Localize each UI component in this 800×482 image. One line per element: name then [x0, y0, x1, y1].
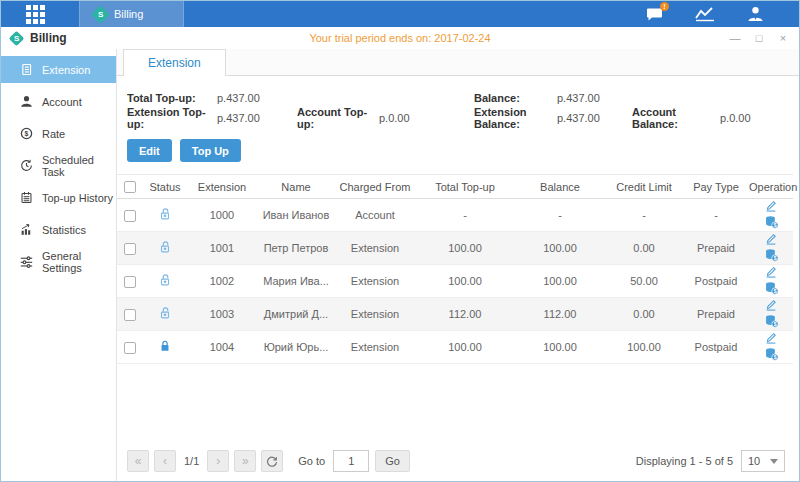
table-header-row: Status Extension Name Charged From Total… — [117, 175, 793, 199]
go-button[interactable]: Go — [375, 450, 410, 472]
top-bar: S Billing ! — [1, 1, 799, 27]
lock-closed-icon — [158, 339, 172, 353]
col-name: Name — [257, 175, 335, 199]
statistics-icon — [20, 223, 33, 236]
goto-label: Go to — [298, 455, 325, 467]
account-balance-label: Account Balance: — [632, 106, 720, 130]
extensions-table: Status Extension Name Charged From Total… — [117, 174, 793, 364]
top-up-row-icon[interactable]: $ — [764, 281, 779, 297]
window-controls: — □ × — [729, 32, 789, 44]
col-charged-from: Charged From — [335, 175, 415, 199]
main-content: Extension Total Top-up: p.437.00 Balance… — [117, 49, 799, 481]
reports-chart-icon[interactable] — [695, 5, 715, 23]
row-checkbox[interactable] — [124, 276, 136, 288]
sidebar-item-account[interactable]: Account — [1, 88, 116, 115]
tab-extension[interactable]: Extension — [123, 49, 226, 76]
displaying-range: Displaying 1 - 5 of 5 — [636, 455, 733, 467]
sidebar-item-general-settings[interactable]: General Settings — [1, 248, 116, 275]
billing-header-icon: S — [9, 30, 25, 46]
billing-summary: Total Top-up: p.437.00 Balance: p.437.00… — [117, 76, 799, 128]
row-checkbox[interactable] — [124, 309, 136, 321]
col-credit-limit: Credit Limit — [605, 175, 683, 199]
edit-button[interactable]: Edit — [127, 139, 172, 162]
app-window: S Billing ! S Billing Your trial period … — [0, 0, 800, 482]
svg-text:$: $ — [25, 130, 29, 138]
col-status: Status — [143, 175, 187, 199]
edit-row-icon[interactable] — [764, 298, 778, 314]
page-indicator: 1/1 — [184, 455, 199, 467]
edit-row-icon[interactable] — [764, 331, 778, 347]
edit-row-icon[interactable] — [764, 199, 778, 215]
minimize-icon[interactable]: — — [729, 32, 741, 44]
extension-icon — [20, 63, 33, 76]
refresh-button[interactable] — [261, 450, 283, 472]
maximize-icon[interactable]: □ — [753, 32, 765, 44]
billing-app-tab[interactable]: S Billing — [79, 1, 184, 27]
next-page-button[interactable]: › — [207, 450, 229, 472]
lock-open-icon — [158, 207, 172, 221]
account-balance-value: p.0.00 — [720, 112, 799, 124]
account-topup-label: Account Top-up: — [297, 106, 379, 130]
col-balance: Balance — [515, 175, 605, 199]
prev-page-button[interactable]: ‹ — [154, 450, 176, 472]
rate-icon: $ — [20, 127, 33, 140]
lock-open-icon — [158, 240, 172, 254]
extension-balance-value: p.437.00 — [557, 112, 632, 124]
apps-grid-icon[interactable] — [26, 5, 45, 24]
lock-open-icon — [158, 306, 172, 320]
col-operation: Operation — [749, 175, 793, 199]
select-all-checkbox[interactable] — [124, 181, 136, 193]
col-extension: Extension — [187, 175, 257, 199]
billing-app-tab-label: Billing — [114, 8, 143, 20]
row-checkbox[interactable] — [124, 342, 136, 354]
last-page-button[interactable]: » — [234, 450, 256, 472]
close-icon[interactable]: × — [777, 32, 789, 44]
extension-topup-value: p.437.00 — [217, 112, 297, 124]
row-checkbox[interactable] — [124, 210, 136, 222]
messages-icon[interactable]: ! — [645, 5, 665, 23]
pagination-bar: « ‹ 1/1 › » Go to Go Displaying 1 - 5 of… — [117, 446, 799, 476]
refresh-icon — [266, 455, 278, 467]
balance-label: Balance: — [474, 92, 557, 104]
col-total-topup: Total Top-up — [415, 175, 515, 199]
general-settings-icon — [20, 255, 33, 268]
table-row: 1001 Петр Петров Extension 100.00 100.00… — [117, 232, 793, 265]
topup-history-icon — [20, 191, 33, 204]
trial-notice: Your trial period ends on: 2017-02-24 — [1, 32, 799, 44]
sidebar-item-extension[interactable]: Extension — [1, 56, 116, 83]
sidebar-item-statistics[interactable]: Statistics — [1, 216, 116, 243]
sidebar: Extension Account $ Rate Scheduled Task … — [1, 49, 117, 481]
account-topup-value: p.0.00 — [379, 112, 474, 124]
goto-page-input[interactable] — [333, 450, 369, 472]
sidebar-item-topup-history[interactable]: Top-up History — [1, 184, 116, 211]
tab-strip: Extension — [117, 49, 799, 76]
page-title: Billing — [30, 31, 67, 45]
notification-badge: ! — [660, 2, 669, 11]
chevron-down-icon — [770, 459, 778, 464]
extension-topup-label: Extension Top-up: — [127, 106, 217, 130]
balance-value: p.437.00 — [557, 92, 632, 104]
top-up-row-icon[interactable]: $ — [764, 248, 779, 264]
top-up-row-icon[interactable]: $ — [764, 347, 779, 363]
row-checkbox[interactable] — [124, 243, 136, 255]
total-topup-value: p.437.00 — [217, 92, 297, 104]
table-row: 1000 Иван Иванов Account - - - - $ — [117, 199, 793, 232]
first-page-button[interactable]: « — [127, 450, 149, 472]
edit-row-icon[interactable] — [764, 232, 778, 248]
billing-app-icon: S — [91, 5, 109, 23]
total-topup-label: Total Top-up: — [127, 92, 217, 104]
top-up-row-icon[interactable]: $ — [764, 215, 779, 231]
lock-open-icon — [158, 273, 172, 287]
user-account-icon[interactable] — [745, 5, 765, 23]
sidebar-item-scheduled-task[interactable]: Scheduled Task — [1, 152, 116, 179]
col-pay-type: Pay Type — [683, 175, 749, 199]
page-size-select[interactable]: 10 — [741, 450, 785, 472]
table-row: 1003 Дмитрий Д... Extension 112.00 112.0… — [117, 298, 793, 331]
top-up-row-icon[interactable]: $ — [764, 314, 779, 330]
sidebar-item-rate[interactable]: $ Rate — [1, 120, 116, 147]
extension-balance-label: Extension Balance: — [474, 106, 557, 130]
topbar-actions: ! — [645, 5, 765, 23]
top-up-button[interactable]: Top Up — [180, 139, 241, 162]
scheduled-task-icon — [20, 159, 33, 172]
edit-row-icon[interactable] — [764, 265, 778, 281]
